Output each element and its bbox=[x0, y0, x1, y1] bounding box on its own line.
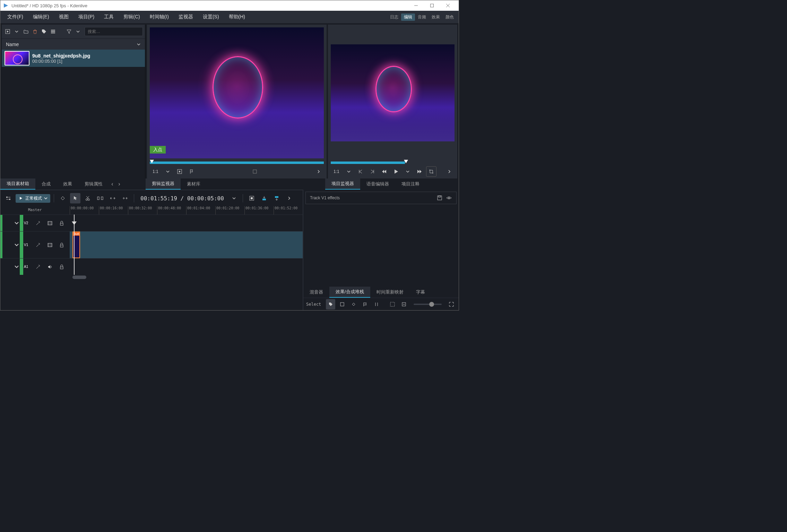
menu-clip[interactable]: 剪辑(C) bbox=[119, 12, 145, 22]
ripple-icon[interactable] bbox=[120, 193, 130, 203]
play-icon[interactable] bbox=[391, 166, 401, 177]
filter-icon[interactable] bbox=[65, 26, 72, 37]
tag-icon[interactable] bbox=[40, 26, 48, 37]
menu-tool[interactable]: 工具 bbox=[99, 12, 119, 22]
fullscreen-icon[interactable] bbox=[447, 299, 456, 309]
tab-compose[interactable]: 合成 bbox=[35, 179, 57, 189]
delete-icon[interactable] bbox=[31, 26, 39, 37]
timeline-ruler[interactable]: Master 00:00:00:00 00:00:16:00 00:00:32:… bbox=[0, 206, 303, 215]
zoom-slider[interactable] bbox=[414, 304, 442, 305]
guides-icon[interactable] bbox=[372, 299, 381, 309]
project-monitor-viewport[interactable] bbox=[328, 25, 457, 161]
layout-log[interactable]: 日志 bbox=[387, 14, 401, 21]
overwrite-icon[interactable] bbox=[259, 193, 269, 203]
zoom-out-icon[interactable] bbox=[399, 299, 409, 309]
chevron-down-icon[interactable] bbox=[229, 193, 239, 203]
bin-item[interactable]: 9u8_net_shigjxedpsh.jpg 00:00:05:00 [1] bbox=[2, 50, 145, 67]
go-end-icon[interactable] bbox=[367, 166, 378, 177]
go-start-icon[interactable] bbox=[355, 166, 366, 177]
spacer-tool-icon[interactable] bbox=[95, 193, 105, 203]
menu-help[interactable]: 帮助(H) bbox=[224, 12, 250, 22]
layout-audio[interactable]: 音频 bbox=[415, 14, 429, 21]
tab-subtitle[interactable]: 字幕 bbox=[410, 287, 431, 297]
select-tool-icon[interactable] bbox=[70, 193, 80, 203]
edit-mode-dropdown[interactable]: 正常模式 bbox=[16, 194, 50, 203]
menu-timeline[interactable]: 时间轴(I) bbox=[145, 12, 174, 22]
minimize-button[interactable] bbox=[408, 0, 424, 11]
chevron-down-icon[interactable] bbox=[74, 26, 82, 37]
project-monitor-scrubber[interactable] bbox=[331, 161, 455, 165]
tab-speech[interactable]: 语音编辑器 bbox=[360, 179, 395, 189]
close-button[interactable] bbox=[440, 0, 456, 11]
save-icon[interactable] bbox=[437, 195, 442, 201]
settings-icon[interactable] bbox=[3, 193, 14, 203]
fit-icon[interactable] bbox=[107, 193, 118, 203]
tab-clip-monitor[interactable]: 剪辑监视器 bbox=[146, 178, 181, 190]
tag-tool-icon[interactable] bbox=[326, 299, 335, 309]
in-point-icon[interactable] bbox=[174, 166, 185, 177]
add-clip-icon[interactable] bbox=[4, 26, 11, 37]
save-icon[interactable] bbox=[337, 299, 347, 309]
track-body[interactable] bbox=[70, 215, 303, 231]
menu-view[interactable]: 视图 bbox=[54, 12, 73, 22]
playhead-handle[interactable] bbox=[72, 221, 77, 225]
tab-stack[interactable]: 效果/合成堆栈 bbox=[329, 287, 370, 298]
effects-icon[interactable] bbox=[33, 262, 43, 272]
zone-icon[interactable] bbox=[247, 193, 257, 203]
tab-remap[interactable]: 时间重新映射 bbox=[370, 287, 410, 297]
lock-icon[interactable] bbox=[57, 218, 67, 228]
menu-project[interactable]: 项目(P) bbox=[73, 12, 100, 22]
layout-effect[interactable]: 效果 bbox=[429, 14, 443, 21]
tab-library[interactable]: 素材库 bbox=[181, 179, 207, 189]
clip-monitor-scrubber[interactable] bbox=[150, 161, 324, 165]
track-head-v1[interactable]: V1 bbox=[0, 232, 70, 258]
chevron-down-icon[interactable] bbox=[403, 166, 413, 177]
effects-icon[interactable] bbox=[33, 218, 43, 228]
tab-prev-icon[interactable]: ‹ bbox=[109, 181, 116, 187]
menu-edit[interactable]: 编辑(E) bbox=[28, 12, 54, 22]
fit-zoom-icon[interactable] bbox=[388, 299, 397, 309]
lock-icon[interactable] bbox=[57, 262, 67, 272]
eye-icon[interactable] bbox=[446, 195, 452, 201]
timeline-scrollbar[interactable] bbox=[0, 275, 303, 280]
audio-icon[interactable] bbox=[45, 262, 55, 272]
chevron-right-icon[interactable] bbox=[284, 193, 294, 203]
folder-icon[interactable] bbox=[22, 26, 30, 37]
list-icon[interactable] bbox=[49, 26, 57, 37]
tab-clip-props[interactable]: 剪辑属性 bbox=[78, 179, 109, 189]
chevron-down-icon[interactable] bbox=[344, 166, 354, 177]
menu-file[interactable]: 文件(F) bbox=[2, 12, 28, 22]
insert-icon[interactable] bbox=[271, 193, 282, 203]
clip-monitor-viewport[interactable]: 入点 bbox=[147, 25, 327, 161]
track-body[interactable]: 9u8 bbox=[70, 232, 303, 258]
timecode-display[interactable]: 00:01:55:19 / 00:00:05:00 bbox=[138, 195, 227, 202]
zoom-ratio[interactable]: 1:1 bbox=[331, 168, 342, 175]
lock-icon[interactable] bbox=[57, 240, 67, 250]
chevron-right-icon[interactable] bbox=[444, 166, 455, 177]
bin-column-header[interactable]: Name bbox=[2, 38, 145, 50]
track-head-v2[interactable]: V2 bbox=[0, 215, 70, 231]
snap-icon[interactable] bbox=[349, 299, 358, 309]
layout-edit[interactable]: 编辑 bbox=[401, 14, 415, 21]
track-compositing-icon[interactable] bbox=[58, 193, 68, 203]
extract-icon[interactable] bbox=[250, 166, 260, 177]
tab-project-monitor[interactable]: 项目监视器 bbox=[325, 178, 360, 190]
tab-project-bin[interactable]: 项目素材箱 bbox=[0, 178, 35, 190]
tab-effects[interactable]: 效果 bbox=[57, 179, 78, 189]
cut-tool-icon[interactable] bbox=[83, 193, 93, 203]
flag-icon[interactable] bbox=[361, 299, 370, 309]
menu-settings[interactable]: 设置(S) bbox=[198, 12, 224, 22]
bin-search-input[interactable] bbox=[85, 27, 143, 36]
rewind-icon[interactable] bbox=[379, 166, 389, 177]
marker-icon[interactable] bbox=[186, 166, 197, 177]
zoom-ratio[interactable]: 1:1 bbox=[150, 168, 161, 175]
tab-next-icon[interactable]: › bbox=[116, 181, 123, 187]
track-body[interactable] bbox=[70, 259, 303, 275]
chevron-down-icon[interactable] bbox=[13, 26, 20, 37]
tab-notes[interactable]: 项目注释 bbox=[395, 179, 426, 189]
effects-body[interactable] bbox=[303, 206, 459, 287]
maximize-button[interactable] bbox=[424, 0, 440, 11]
chevron-down-icon[interactable] bbox=[163, 166, 173, 177]
forward-icon[interactable] bbox=[414, 166, 425, 177]
chevron-right-icon[interactable] bbox=[313, 166, 324, 177]
